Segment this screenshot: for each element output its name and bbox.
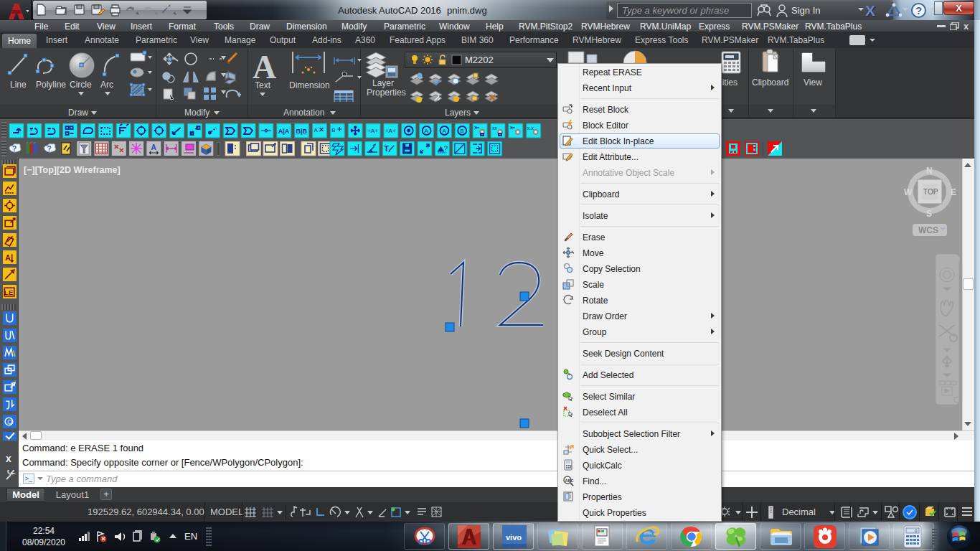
svg-text:B: B bbox=[460, 128, 463, 134]
svg-text:A: A bbox=[151, 143, 156, 151]
svg-text:WCS: WCS bbox=[918, 225, 938, 235]
svg-text:+A+: +A+ bbox=[385, 128, 396, 134]
svg-text:x.x: x.x bbox=[527, 126, 534, 131]
svg-text:?: ? bbox=[47, 145, 52, 153]
svg-text:A: A bbox=[425, 128, 429, 134]
svg-text:W: W bbox=[904, 187, 913, 197]
svg-text:vivo: vivo bbox=[506, 533, 522, 542]
svg-text:2: 2 bbox=[47, 126, 51, 133]
svg-text:S: S bbox=[926, 209, 932, 219]
svg-text:xx: xx bbox=[492, 126, 498, 131]
svg-text:TOP: TOP bbox=[923, 188, 938, 196]
svg-text:Circle: Circle bbox=[70, 80, 92, 90]
svg-text:x: x bbox=[474, 125, 477, 130]
svg-text:?: ? bbox=[443, 145, 448, 153]
svg-text:Line: Line bbox=[10, 80, 27, 90]
svg-text:ABC: ABC bbox=[565, 479, 574, 483]
svg-text:Polyline: Polyline bbox=[36, 80, 66, 90]
svg-text:B: B bbox=[331, 127, 335, 133]
svg-text:3: 3 bbox=[29, 126, 33, 133]
svg-text:x: x bbox=[510, 125, 513, 130]
svg-text:A|A: A|A bbox=[278, 128, 290, 135]
svg-text:Arc: Arc bbox=[100, 80, 113, 90]
svg-text:A: A bbox=[314, 127, 319, 133]
svg-text:Decimal: Decimal bbox=[782, 507, 816, 517]
svg-text:N: N bbox=[926, 166, 933, 176]
svg-text:E: E bbox=[951, 187, 956, 197]
svg-text:LE: LE bbox=[4, 288, 13, 296]
svg-text:T: T bbox=[384, 144, 389, 153]
svg-text:+A+: +A+ bbox=[367, 128, 378, 134]
svg-text:Q: Q bbox=[7, 418, 12, 425]
svg-text:A: A bbox=[442, 128, 446, 134]
svg-text:B|B: B|B bbox=[296, 128, 308, 135]
svg-text:T: T bbox=[426, 143, 430, 150]
svg-text:?: ? bbox=[12, 145, 17, 153]
svg-text:A: A bbox=[5, 253, 11, 262]
